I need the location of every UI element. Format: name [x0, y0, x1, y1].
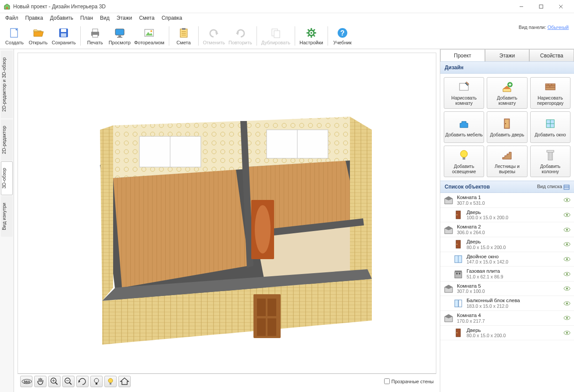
object-row[interactable]: Газовая плита51.0 x 62.1 x 86.9 — [440, 267, 574, 282]
object-title: Двойное окно — [467, 254, 563, 260]
objects-view-toggle[interactable]: Вид списка — [537, 184, 570, 189]
object-row[interactable]: Комната 5307.0 x 100.0 — [440, 282, 574, 296]
visibility-toggle[interactable] — [563, 257, 570, 261]
svg-rect-91 — [545, 84, 555, 90]
svg-point-115 — [566, 199, 568, 201]
object-dims: 306.0 x 264.0 — [457, 230, 563, 235]
menu-Смета[interactable]: Смета — [135, 14, 158, 22]
design-light-button[interactable]: Добавить освещение — [444, 146, 484, 177]
visibility-toggle[interactable] — [563, 242, 570, 246]
object-row[interactable]: Балконный блок слева183.0 x 15.0 x 212.0 — [440, 296, 574, 311]
toolbar-new-button[interactable]: Создать — [3, 25, 26, 47]
app-icon — [4, 3, 11, 10]
design-door-button[interactable]: Добавить дверь — [487, 111, 527, 143]
object-row[interactable]: Дверь100.0 x 15.0 x 200.0 — [440, 208, 574, 223]
object-row[interactable]: Комната 4170.0 x 217.7 — [440, 311, 574, 326]
toolbar-print-button[interactable]: Печать — [83, 25, 107, 47]
svg-rect-15 — [117, 37, 122, 38]
toolbar-label: Печать — [87, 40, 103, 45]
svg-rect-66 — [257, 299, 266, 316]
design-partition-button[interactable]: Нарисовать перегородку — [530, 77, 570, 109]
transparent-walls-check[interactable]: Прозрачные стены — [384, 378, 434, 384]
door-icon — [453, 210, 463, 220]
design-column-button[interactable]: Добавить колонну — [530, 146, 570, 177]
view-home-button[interactable] — [118, 376, 131, 387]
main-area: 2D-редактор и 3D-обзор2D-редактор3D-обзо… — [0, 49, 574, 392]
view-tab[interactable]: 3D-обзор — [1, 161, 13, 195]
toolbar-save-button[interactable]: Сохранить — [50, 25, 78, 47]
visibility-toggle[interactable] — [563, 286, 570, 291]
design-header: Дизайн — [440, 61, 574, 74]
menu-Добавить[interactable]: Добавить — [46, 14, 77, 22]
toolbar-gear-button[interactable]: Настройки — [298, 25, 325, 47]
design-stairs-button[interactable]: Лестницы и вырезы — [487, 146, 527, 177]
menu-Этажи[interactable]: Этажи — [113, 14, 135, 22]
svg-rect-67 — [267, 299, 276, 316]
view-hand-button[interactable] — [34, 376, 46, 387]
panel-view-link: Вид панели: Обычный — [519, 25, 569, 30]
stove-icon — [453, 269, 463, 279]
svg-rect-142 — [455, 300, 458, 307]
toolbar-monitor-button[interactable]: Просмотр — [107, 25, 132, 47]
panel-link-value[interactable]: Обычный — [547, 25, 569, 30]
toolbar-label: Повторить — [228, 40, 252, 45]
object-row[interactable]: Дверь80.0 x 15.0 x 200.0 — [440, 326, 574, 341]
stairs-icon — [500, 149, 513, 162]
toolbar-clipboard-button[interactable]: Смета — [172, 25, 196, 47]
toolbar-separator — [169, 26, 169, 46]
toolbar-separator — [198, 26, 199, 46]
view-tab[interactable]: 2D-редактор и 3D-обзор — [1, 51, 13, 118]
menu-Справка[interactable]: Справка — [158, 14, 185, 22]
svg-rect-81 — [96, 383, 97, 385]
door-icon — [453, 239, 463, 249]
svg-rect-1 — [6, 7, 8, 9]
toolbar-open-button[interactable]: Открыть — [26, 25, 50, 47]
close-button[interactable] — [551, 0, 570, 13]
object-row[interactable]: Комната 1307.0 x 531.0 — [440, 193, 574, 208]
right-tab[interactable]: Этажи — [485, 49, 530, 61]
toolbar-separator — [295, 26, 295, 46]
design-add-room-button[interactable]: Добавить комнату — [487, 77, 527, 109]
toolbar-photo-button[interactable]: Фотореализм — [132, 25, 166, 47]
view-tab[interactable]: 2D-редактор — [1, 119, 13, 160]
object-row[interactable]: Дверь80.0 x 15.0 x 200.0 — [440, 237, 574, 252]
visibility-toggle[interactable] — [563, 331, 570, 335]
minimize-button[interactable] — [511, 0, 531, 13]
view-360-button[interactable]: 360 — [20, 376, 32, 387]
right-tab[interactable]: Проект — [440, 49, 485, 61]
view-bulb-off-button[interactable] — [90, 376, 103, 387]
view-rotate-button[interactable] — [76, 376, 89, 387]
object-row[interactable]: Двойное окно147.0 x 15.0 x 142.0 — [440, 252, 574, 267]
menu-План[interactable]: План — [77, 14, 96, 22]
svg-point-99 — [505, 123, 506, 124]
visibility-toggle[interactable] — [563, 213, 570, 217]
toolbar-separator — [328, 26, 328, 46]
object-dims: 51.0 x 62.1 x 86.9 — [467, 274, 563, 279]
draw-room-icon — [457, 80, 471, 93]
visibility-toggle[interactable] — [563, 272, 570, 276]
design-furniture-button[interactable]: Добавить мебель — [444, 111, 484, 143]
svg-rect-68 — [257, 318, 266, 336]
visibility-toggle[interactable] — [563, 228, 570, 232]
toolbar-help-button[interactable]: ?Учебник — [331, 25, 354, 47]
visibility-toggle[interactable] — [563, 316, 570, 320]
viewport-3d[interactable] — [18, 53, 436, 374]
menu-Вид[interactable]: Вид — [96, 14, 113, 22]
view-zoom-in-button[interactable] — [48, 376, 61, 387]
svg-point-103 — [460, 150, 467, 157]
view-zoom-out-button[interactable] — [62, 376, 75, 387]
transparent-walls-checkbox[interactable] — [384, 378, 390, 384]
right-tab[interactable]: Свойства — [529, 49, 574, 61]
maximize-button[interactable] — [531, 0, 551, 13]
menu-Правка[interactable]: Правка — [22, 14, 47, 22]
design-window-button[interactable]: Добавить окно — [530, 111, 570, 143]
design-draw-room-button[interactable]: Нарисовать комнату — [444, 77, 484, 109]
menu-Файл[interactable]: Файл — [2, 14, 22, 22]
view-bulb-on-button[interactable] — [104, 376, 117, 387]
visibility-toggle[interactable] — [563, 301, 570, 306]
visibility-toggle[interactable] — [563, 198, 570, 202]
light-icon — [457, 149, 471, 162]
view-tab[interactable]: Вид изнутри — [1, 196, 13, 237]
object-title: Комната 1 — [457, 195, 563, 200]
object-row[interactable]: Комната 2306.0 x 264.0 — [440, 222, 574, 237]
